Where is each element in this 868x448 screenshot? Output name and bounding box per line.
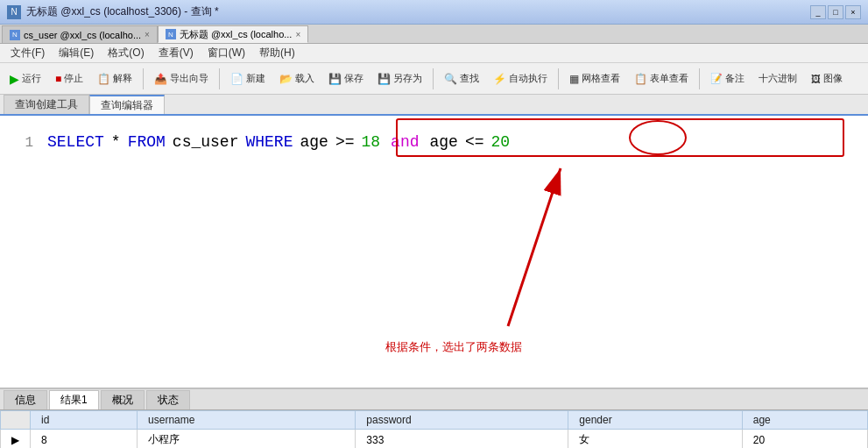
load-button[interactable]: 📂 载入 (273, 67, 321, 91)
table-row[interactable]: ▶ 8 小程序 333 女 20 (1, 430, 868, 449)
cell-username-0: 小程序 (138, 430, 356, 449)
app-icon: N (7, 5, 21, 19)
col-header-gender: gender (568, 411, 742, 430)
window-tab-bar: N cs_user @xxl_cs (localho... × N 无标题 @x… (0, 25, 868, 44)
data-table: id username password gender age ▶ 8 小程序 … (0, 410, 868, 448)
sql-select: SELECT (47, 126, 104, 158)
col-header-password: password (356, 411, 568, 430)
form-view-label: 表单查看 (650, 72, 688, 85)
results-tab-status[interactable]: 状态 (146, 390, 190, 409)
notes-label: 备注 (725, 72, 745, 85)
menu-format[interactable]: 格式(O) (101, 44, 151, 62)
saveas-button[interactable]: 💾 另存为 (371, 67, 428, 91)
tab-icon-1: N (166, 29, 176, 39)
sql-col1: age (300, 126, 328, 158)
stop-button[interactable]: ■ 停止 (49, 67, 89, 91)
menu-edit[interactable]: 编辑(E) (52, 44, 101, 62)
subtab-bar: 查询创建工具 查询编辑器 (0, 95, 868, 116)
menu-help[interactable]: 帮助(H) (252, 44, 302, 62)
menu-bar: 文件(F) 编辑(E) 格式(O) 查看(V) 窗口(W) 帮助(H) (0, 44, 868, 63)
tab-icon-0: N (10, 30, 20, 40)
grid-view-button[interactable]: ▦ 网格查看 (563, 67, 626, 91)
subtab-query-editor[interactable]: 查询编辑器 (89, 95, 165, 114)
tab-close-1[interactable]: × (295, 30, 300, 39)
cell-id-0: 8 (31, 430, 138, 449)
results-tab-info[interactable]: 信息 (4, 390, 47, 409)
new-button[interactable]: 📄 新建 (224, 67, 272, 91)
sql-op2: <= (465, 126, 484, 158)
autorun-label: 自动执行 (509, 72, 547, 85)
form-view-button[interactable]: 📋 表单查看 (628, 67, 695, 91)
autorun-icon: ⚡ (493, 73, 506, 85)
tab-close-0[interactable]: × (145, 30, 150, 39)
saveas-label: 另存为 (393, 72, 422, 85)
explain-label: 解释 (113, 72, 132, 85)
toolbar: ▶ 运行 ■ 停止 📋 解释 📤 导出向导 📄 新建 📂 载入 💾 保存 💾 另… (0, 63, 868, 95)
image-icon: 🖼 (811, 74, 821, 84)
explain-icon: 📋 (97, 73, 110, 85)
results-tabs: 信息 结果1 概况 状态 (0, 389, 868, 410)
export-button[interactable]: 📤 导出向导 (148, 67, 215, 91)
data-table-container: id username password gender age ▶ 8 小程序 … (0, 410, 868, 448)
stop-label: 停止 (64, 72, 83, 85)
notes-icon: 📝 (710, 73, 723, 84)
sql-val1: 18 (362, 126, 381, 158)
find-label: 查找 (460, 72, 479, 85)
minimize-button[interactable]: _ (810, 5, 826, 19)
menu-view[interactable]: 查看(V) (152, 44, 201, 62)
separator-1 (143, 68, 144, 89)
subtab-query-builder[interactable]: 查询创建工具 (4, 95, 89, 114)
stop-icon: ■ (55, 73, 61, 85)
notes-button[interactable]: 📝 备注 (704, 67, 751, 91)
close-button[interactable]: × (845, 5, 861, 19)
window-tab-0[interactable]: N cs_user @xxl_cs (localho... × (2, 25, 158, 43)
run-button[interactable]: ▶ 运行 (4, 67, 47, 91)
sql-line-1: 1 SELECT * FROM cs_user WHERE age >= 18 … (7, 123, 861, 162)
load-label: 载入 (295, 72, 314, 85)
image-button[interactable]: 🖼 图像 (805, 67, 849, 91)
title-bar: N 无标题 @xxl_cs (localhost_3306) - 查询 * _ … (0, 0, 868, 25)
new-icon: 📄 (230, 73, 243, 85)
maximize-button[interactable]: □ (828, 5, 843, 19)
run-label: 运行 (22, 72, 41, 85)
menu-window[interactable]: 窗口(W) (201, 44, 252, 62)
find-button[interactable]: 🔍 查找 (438, 67, 485, 91)
menu-file[interactable]: 文件(F) (4, 44, 52, 62)
cell-gender-0: 女 (568, 430, 742, 449)
separator-4 (558, 68, 559, 89)
save-icon: 💾 (328, 73, 342, 85)
run-icon: ▶ (10, 72, 19, 86)
sql-table: cs_user (173, 126, 239, 158)
autorun-button[interactable]: ⚡ 自动执行 (487, 67, 554, 91)
export-icon: 📤 (154, 73, 167, 85)
annotation-text: 根据条件，选出了两条数据 (385, 339, 522, 355)
grid-view-label: 网格查看 (582, 72, 620, 85)
col-header-age: age (742, 411, 867, 430)
col-header-username: username (138, 411, 356, 430)
window-tab-label-0: cs_user @xxl_cs (localho... (24, 30, 141, 40)
explain-button[interactable]: 📋 解释 (91, 67, 138, 91)
row-indicator-header (1, 411, 31, 430)
window-controls[interactable]: _ □ × (810, 5, 861, 19)
sql-col2: age (430, 126, 458, 158)
line-number: 1 (7, 127, 33, 159)
table-header-row: id username password gender age (1, 411, 868, 430)
editor-area[interactable]: 1 SELECT * FROM cs_user WHERE age >= 18 … (0, 116, 868, 388)
separator-5 (699, 68, 700, 89)
results-tab-result1[interactable]: 结果1 (49, 390, 99, 409)
window-tab-label-1: 无标题 @xxl_cs (localho... (180, 28, 293, 41)
window-tab-1[interactable]: N 无标题 @xxl_cs (localho... × (158, 25, 308, 43)
results-tab-overview[interactable]: 概况 (101, 390, 145, 409)
annotation-label: 根据条件，选出了两条数据 (385, 340, 522, 353)
results-area: 信息 结果1 概况 状态 id username password gender… (0, 388, 868, 448)
title-text: 无标题 @xxl_cs (localhost_3306) - 查询 * (26, 4, 219, 19)
save-label: 保存 (344, 72, 363, 85)
sql-op1: >= (335, 126, 355, 158)
load-icon: 📂 (279, 73, 293, 85)
sql-val2: 20 (491, 126, 511, 158)
export-label: 导出向导 (170, 72, 208, 85)
save-button[interactable]: 💾 保存 (322, 67, 370, 91)
hex-button[interactable]: 十六进制 (752, 67, 803, 91)
col-header-id: id (31, 411, 138, 430)
find-icon: 🔍 (444, 73, 457, 85)
